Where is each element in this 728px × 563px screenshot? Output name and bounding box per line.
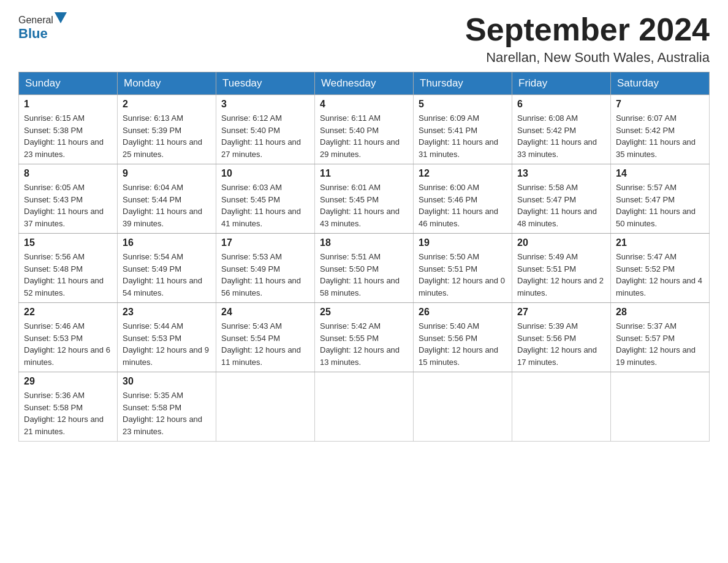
day-number: 8 — [24, 168, 112, 179]
day-info: Sunrise: 5:57 AMSunset: 5:47 PMDaylight:… — [616, 182, 704, 229]
day-number: 23 — [123, 307, 211, 318]
day-number: 21 — [616, 237, 704, 248]
day-number: 13 — [517, 168, 605, 179]
col-header-friday: Friday — [512, 72, 611, 95]
day-info: Sunrise: 6:05 AMSunset: 5:43 PMDaylight:… — [24, 182, 112, 229]
calendar-cell — [611, 372, 710, 442]
calendar-cell: 19 Sunrise: 5:50 AMSunset: 5:51 PMDaylig… — [414, 234, 512, 303]
calendar-cell — [414, 372, 512, 442]
day-number: 16 — [123, 237, 211, 248]
day-info: Sunrise: 6:11 AMSunset: 5:40 PMDaylight:… — [320, 112, 408, 160]
calendar-cell: 17 Sunrise: 5:53 AMSunset: 5:49 PMDaylig… — [216, 234, 315, 303]
day-number: 22 — [24, 307, 112, 318]
day-number: 25 — [320, 307, 408, 318]
calendar-cell: 28 Sunrise: 5:37 AMSunset: 5:57 PMDaylig… — [611, 303, 710, 372]
day-info: Sunrise: 5:54 AMSunset: 5:49 PMDaylight:… — [123, 251, 211, 299]
day-info: Sunrise: 5:50 AMSunset: 5:51 PMDaylight:… — [419, 251, 507, 299]
calendar-cell: 14 Sunrise: 5:57 AMSunset: 5:47 PMDaylig… — [611, 164, 710, 234]
day-number: 10 — [221, 168, 309, 179]
calendar-cell: 22 Sunrise: 5:46 AMSunset: 5:53 PMDaylig… — [19, 303, 118, 372]
calendar-cell: 9 Sunrise: 6:04 AMSunset: 5:44 PMDayligh… — [118, 164, 216, 234]
calendar-week-row: 8 Sunrise: 6:05 AMSunset: 5:43 PMDayligh… — [19, 164, 710, 234]
col-header-monday: Monday — [118, 72, 216, 95]
day-number: 3 — [221, 99, 309, 110]
day-number: 28 — [616, 307, 704, 318]
day-number: 9 — [123, 168, 211, 179]
calendar-week-row: 22 Sunrise: 5:46 AMSunset: 5:53 PMDaylig… — [19, 303, 710, 372]
day-info: Sunrise: 5:35 AMSunset: 5:58 PMDaylight:… — [123, 389, 211, 437]
calendar-cell: 12 Sunrise: 6:00 AMSunset: 5:46 PMDaylig… — [414, 164, 512, 234]
day-number: 1 — [24, 99, 112, 110]
day-info: Sunrise: 5:44 AMSunset: 5:53 PMDaylight:… — [123, 320, 211, 368]
day-number: 26 — [419, 307, 507, 318]
calendar-cell: 2 Sunrise: 6:13 AMSunset: 5:39 PMDayligh… — [118, 95, 216, 164]
day-number: 2 — [123, 99, 211, 110]
calendar-cell — [216, 372, 315, 442]
day-number: 19 — [419, 237, 507, 248]
day-info: Sunrise: 5:53 AMSunset: 5:49 PMDaylight:… — [221, 251, 309, 299]
col-header-saturday: Saturday — [611, 72, 710, 95]
day-info: Sunrise: 5:46 AMSunset: 5:53 PMDaylight:… — [24, 320, 112, 368]
calendar-cell: 10 Sunrise: 6:03 AMSunset: 5:45 PMDaylig… — [216, 164, 315, 234]
calendar-cell: 26 Sunrise: 5:40 AMSunset: 5:56 PMDaylig… — [414, 303, 512, 372]
day-info: Sunrise: 6:04 AMSunset: 5:44 PMDaylight:… — [123, 182, 211, 229]
calendar-cell: 7 Sunrise: 6:07 AMSunset: 5:42 PMDayligh… — [611, 95, 710, 164]
day-info: Sunrise: 5:49 AMSunset: 5:51 PMDaylight:… — [517, 251, 605, 299]
logo-triangle-icon — [55, 12, 67, 23]
day-number: 24 — [221, 307, 309, 318]
calendar-cell: 1 Sunrise: 6:15 AMSunset: 5:38 PMDayligh… — [19, 95, 118, 164]
day-number: 5 — [419, 99, 507, 110]
day-info: Sunrise: 6:09 AMSunset: 5:41 PMDaylight:… — [419, 112, 507, 160]
calendar-cell: 21 Sunrise: 5:47 AMSunset: 5:52 PMDaylig… — [611, 234, 710, 303]
day-info: Sunrise: 5:51 AMSunset: 5:50 PMDaylight:… — [320, 251, 408, 299]
col-header-wednesday: Wednesday — [315, 72, 414, 95]
col-header-thursday: Thursday — [414, 72, 512, 95]
calendar-cell: 27 Sunrise: 5:39 AMSunset: 5:56 PMDaylig… — [512, 303, 611, 372]
day-info: Sunrise: 5:39 AMSunset: 5:56 PMDaylight:… — [517, 320, 605, 368]
calendar-week-row: 1 Sunrise: 6:15 AMSunset: 5:38 PMDayligh… — [19, 95, 710, 164]
calendar-cell: 3 Sunrise: 6:12 AMSunset: 5:40 PMDayligh… — [216, 95, 315, 164]
day-number: 18 — [320, 237, 408, 248]
day-number: 20 — [517, 237, 605, 248]
col-header-tuesday: Tuesday — [216, 72, 315, 95]
calendar-cell: 20 Sunrise: 5:49 AMSunset: 5:51 PMDaylig… — [512, 234, 611, 303]
calendar-cell: 11 Sunrise: 6:01 AMSunset: 5:45 PMDaylig… — [315, 164, 414, 234]
day-info: Sunrise: 6:00 AMSunset: 5:46 PMDaylight:… — [419, 182, 507, 229]
calendar-cell: 24 Sunrise: 5:43 AMSunset: 5:54 PMDaylig… — [216, 303, 315, 372]
day-number: 17 — [221, 237, 309, 248]
day-info: Sunrise: 6:01 AMSunset: 5:45 PMDaylight:… — [320, 182, 408, 229]
day-number: 4 — [320, 99, 408, 110]
day-info: Sunrise: 5:43 AMSunset: 5:54 PMDaylight:… — [221, 320, 309, 368]
day-info: Sunrise: 6:03 AMSunset: 5:45 PMDaylight:… — [221, 182, 309, 229]
day-number: 7 — [616, 99, 704, 110]
day-info: Sunrise: 6:08 AMSunset: 5:42 PMDaylight:… — [517, 112, 605, 160]
day-number: 30 — [123, 376, 211, 387]
calendar-cell: 30 Sunrise: 5:35 AMSunset: 5:58 PMDaylig… — [118, 372, 216, 442]
logo-general-text: General — [18, 15, 53, 26]
day-info: Sunrise: 5:47 AMSunset: 5:52 PMDaylight:… — [616, 251, 704, 299]
page-header: General Blue September 2024 Narellan, Ne… — [18, 12, 710, 66]
day-info: Sunrise: 6:12 AMSunset: 5:40 PMDaylight:… — [221, 112, 309, 160]
day-number: 27 — [517, 307, 605, 318]
calendar-cell: 25 Sunrise: 5:42 AMSunset: 5:55 PMDaylig… — [315, 303, 414, 372]
title-block: September 2024 Narellan, New South Wales… — [465, 12, 710, 66]
day-number: 11 — [320, 168, 408, 179]
day-number: 12 — [419, 168, 507, 179]
calendar-cell: 6 Sunrise: 6:08 AMSunset: 5:42 PMDayligh… — [512, 95, 611, 164]
calendar-cell: 23 Sunrise: 5:44 AMSunset: 5:53 PMDaylig… — [118, 303, 216, 372]
day-info: Sunrise: 5:37 AMSunset: 5:57 PMDaylight:… — [616, 320, 704, 368]
calendar-cell: 5 Sunrise: 6:09 AMSunset: 5:41 PMDayligh… — [414, 95, 512, 164]
day-info: Sunrise: 5:40 AMSunset: 5:56 PMDaylight:… — [419, 320, 507, 368]
calendar-cell: 16 Sunrise: 5:54 AMSunset: 5:49 PMDaylig… — [118, 234, 216, 303]
calendar-cell: 13 Sunrise: 5:58 AMSunset: 5:47 PMDaylig… — [512, 164, 611, 234]
day-info: Sunrise: 6:13 AMSunset: 5:39 PMDaylight:… — [123, 112, 211, 160]
day-info: Sunrise: 5:36 AMSunset: 5:58 PMDaylight:… — [24, 389, 112, 437]
calendar-cell — [512, 372, 611, 442]
month-title: September 2024 — [465, 12, 710, 47]
calendar-week-row: 29 Sunrise: 5:36 AMSunset: 5:58 PMDaylig… — [19, 372, 710, 442]
day-info: Sunrise: 5:58 AMSunset: 5:47 PMDaylight:… — [517, 182, 605, 229]
day-number: 6 — [517, 99, 605, 110]
calendar-week-row: 15 Sunrise: 5:56 AMSunset: 5:48 PMDaylig… — [19, 234, 710, 303]
day-number: 14 — [616, 168, 704, 179]
calendar-header-row: SundayMondayTuesdayWednesdayThursdayFrid… — [19, 72, 710, 95]
